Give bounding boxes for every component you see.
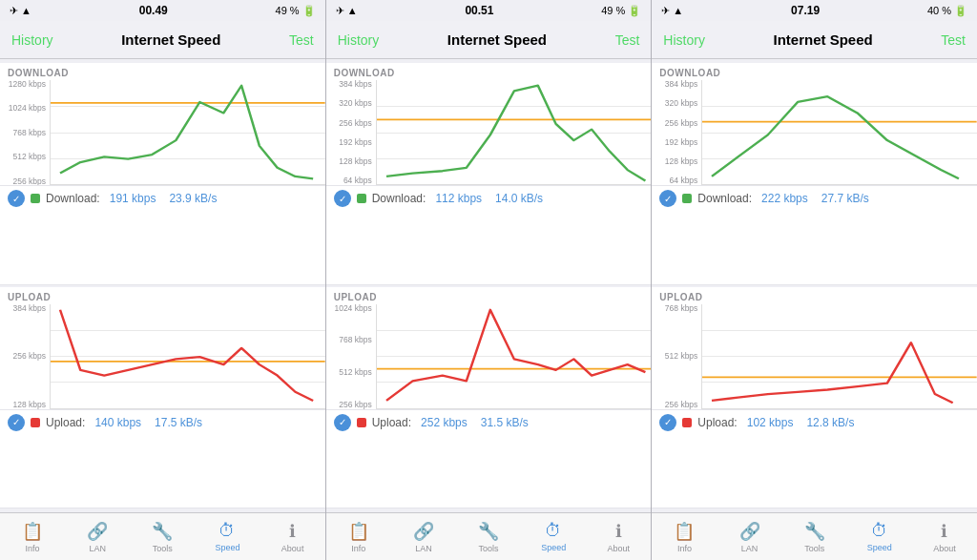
tab-item-info[interactable]: 📋 Info	[326, 513, 391, 560]
download-svg	[377, 80, 652, 184]
download-color-dot	[357, 194, 366, 203]
download-kbs-value: 14.0 kB/s	[495, 192, 543, 205]
y-axis-label: 256 kbps	[339, 401, 372, 409]
download-chart-area: 1280 kbps1024 kbps768 kbps512 kbps256 kb…	[0, 80, 325, 185]
tab-label-about: About	[933, 544, 956, 553]
tab-label-lan: LAN	[741, 544, 759, 553]
content-area: DOWNLOAD384 kbps320 kbps256 kbps192 kbps…	[326, 59, 652, 512]
y-axis-label: 512 kbps	[665, 352, 698, 361]
content-area: DOWNLOAD384 kbps320 kbps256 kbps192 kbps…	[652, 59, 977, 512]
tab-icon-info: 📋	[22, 521, 43, 542]
phone-panel-3: ✈ ▲ 07.19 40 % 🔋 History Internet Speed …	[652, 0, 977, 560]
tab-item-tools[interactable]: 🔧 Tools	[456, 513, 521, 560]
y-axis-label: 1024 kbps	[9, 104, 46, 113]
tab-item-about[interactable]: ℹ About	[586, 513, 651, 560]
download-card: DOWNLOAD384 kbps320 kbps256 kbps192 kbps…	[326, 63, 652, 285]
y-axis-label: 512 kbps	[13, 153, 47, 161]
y-axis-label: 768 kbps	[665, 304, 698, 313]
upload-svg	[51, 304, 325, 408]
nav-title: Internet Speed	[121, 31, 220, 48]
tab-label-speed: Speed	[215, 543, 239, 552]
upload-chart-area: 768 kbps512 kbps256 kbps	[652, 304, 977, 409]
nav-bar: History Internet Speed Test	[326, 21, 652, 59]
download-label: DOWNLOAD	[0, 63, 325, 78]
nav-test[interactable]: Test	[289, 32, 314, 48]
y-axis-label: 64 kbps	[343, 176, 372, 185]
tab-item-speed[interactable]: ⏱ Speed	[847, 513, 912, 560]
nav-test[interactable]: Test	[615, 32, 640, 48]
tab-item-speed[interactable]: ⏱ Speed	[195, 513, 260, 560]
status-bar: ✈ ▲ 00.49 49 % 🔋	[0, 0, 325, 21]
status-time: 07.19	[791, 4, 820, 17]
status-left: ✈ ▲	[336, 5, 358, 17]
tab-item-tools[interactable]: 🔧 Tools	[782, 513, 847, 560]
upload-line	[712, 342, 953, 403]
tab-bar: 📋 Info 🔗 LAN 🔧 Tools ⏱ Speed ℹ About	[652, 512, 977, 560]
status-right: 40 % 🔋	[927, 5, 967, 17]
y-axis-label: 320 kbps	[339, 99, 372, 108]
tab-icon-speed: ⏱	[545, 521, 562, 541]
y-axis-label: 1280 kbps	[9, 80, 46, 89]
tab-item-lan[interactable]: 🔗 LAN	[65, 513, 130, 560]
nav-history[interactable]: History	[663, 32, 705, 48]
y-axis-label: 512 kbps	[339, 368, 372, 377]
y-axis-label: 384 kbps	[665, 80, 698, 89]
upload-chart-area: 384 kbps256 kbps128 kbps	[0, 304, 325, 409]
upload-y-axis: 768 kbps512 kbps256 kbps	[652, 304, 701, 409]
check-circle: ✓	[334, 414, 351, 431]
download-plot	[50, 80, 325, 185]
download-chart-area: 384 kbps320 kbps256 kbps192 kbps128 kbps…	[652, 80, 977, 185]
tab-label-info: Info	[26, 544, 40, 553]
tab-item-lan[interactable]: 🔗 LAN	[717, 513, 781, 560]
tab-item-about[interactable]: ℹ About	[912, 513, 977, 560]
tab-icon-tools: 🔧	[804, 521, 825, 542]
upload-kbps-value: 140 kbps	[94, 416, 141, 429]
download-type-label: Download:	[372, 192, 426, 205]
tab-label-tools: Tools	[804, 544, 824, 553]
tab-label-info: Info	[351, 544, 365, 553]
tab-item-tools[interactable]: 🔧 Tools	[130, 513, 195, 560]
download-label: DOWNLOAD	[652, 63, 977, 78]
tab-item-lan[interactable]: 🔗 LAN	[391, 513, 456, 560]
tab-item-about[interactable]: ℹ About	[260, 513, 325, 560]
download-line	[712, 96, 959, 178]
tab-icon-tools: 🔧	[152, 521, 173, 542]
upload-card: UPLOAD768 kbps512 kbps256 kbps ✓ Upload:…	[652, 287, 977, 509]
download-kbs-value: 27.7 kB/s	[821, 192, 869, 205]
check-circle: ✓	[8, 190, 25, 207]
status-time: 00.49	[139, 4, 168, 17]
tab-icon-about: ℹ	[941, 521, 947, 542]
nav-history[interactable]: History	[11, 32, 53, 48]
upload-line	[60, 309, 313, 400]
wifi-icon: ▲	[21, 5, 31, 16]
upload-label: UPLOAD	[326, 287, 652, 302]
y-axis-label: 256 kbps	[665, 119, 698, 128]
tab-item-info[interactable]: 📋 Info	[0, 513, 65, 560]
tab-item-speed[interactable]: ⏱ Speed	[521, 513, 586, 560]
tab-bar: 📋 Info 🔗 LAN 🔧 Tools ⏱ Speed ℹ About	[326, 512, 652, 560]
nav-test[interactable]: Test	[941, 32, 966, 48]
tab-item-info[interactable]: 📋 Info	[652, 513, 717, 560]
tab-icon-tools: 🔧	[478, 521, 499, 542]
nav-history[interactable]: History	[338, 32, 380, 48]
tab-label-speed: Speed	[867, 543, 892, 552]
download-card: DOWNLOAD384 kbps320 kbps256 kbps192 kbps…	[652, 63, 977, 285]
status-bar: ✈ ▲ 00.51 49 % 🔋	[326, 0, 652, 21]
nav-bar: History Internet Speed Test	[0, 21, 325, 59]
y-axis-label: 192 kbps	[339, 138, 372, 147]
download-line	[386, 86, 645, 181]
y-axis-label: 256 kbps	[339, 119, 372, 128]
download-label: DOWNLOAD	[326, 63, 652, 78]
y-axis-label: 384 kbps	[339, 80, 372, 89]
upload-y-axis: 384 kbps256 kbps128 kbps	[0, 304, 50, 409]
y-axis-label: 128 kbps	[13, 401, 47, 409]
download-kbs-value: 23.9 kB/s	[169, 192, 217, 205]
tab-icon-about: ℹ	[615, 521, 622, 542]
battery-icon: 🔋	[302, 5, 316, 17]
upload-summary-row: ✓ Upload: 140 kbps 17.5 kB/s	[0, 409, 325, 433]
battery-percent: 49 %	[276, 5, 300, 16]
phone-panel-2: ✈ ▲ 00.51 49 % 🔋 History Internet Speed …	[326, 0, 653, 560]
download-kbps-value: 112 kbps	[435, 192, 482, 205]
tab-label-tools: Tools	[479, 544, 499, 553]
download-svg	[702, 80, 977, 184]
